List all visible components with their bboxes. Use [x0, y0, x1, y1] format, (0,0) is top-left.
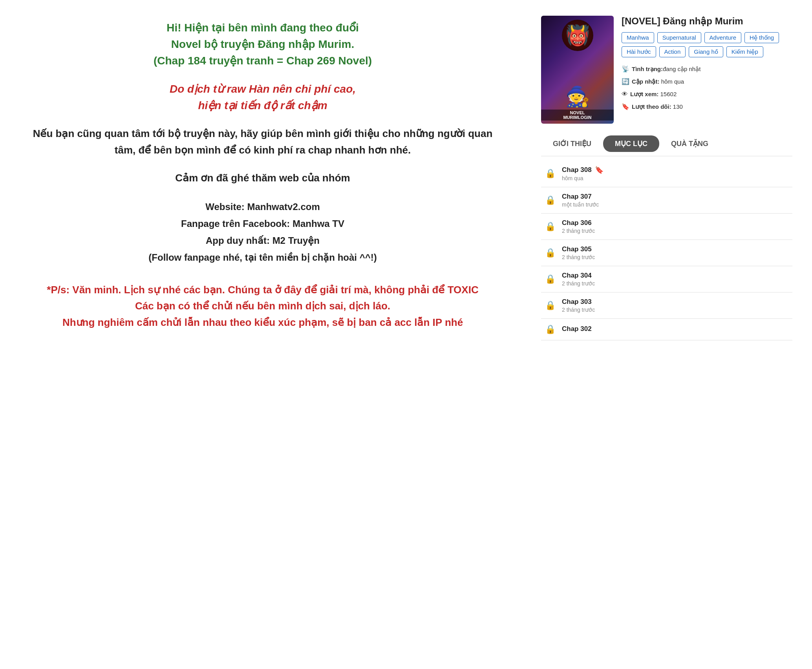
chapter-name-306: Chap 306: [562, 219, 788, 227]
lock-icon-306: 🔒: [545, 221, 556, 232]
page-container: Hi! Hiện tại bên mình đang theo đuổi Nov…: [0, 0, 812, 669]
chapter-info-306: Chap 306 2 tháng trước: [562, 219, 788, 234]
tabs-bar: GIỚI THIỆU MỤC LỤC QUÀ TẶNG: [541, 132, 792, 156]
chapter-info-303: Chap 303 2 tháng trước: [562, 298, 788, 313]
chapter-info-305: Chap 305 2 tháng trước: [562, 245, 788, 260]
tag-haihuoc[interactable]: Hài hước: [622, 46, 656, 57]
tag-supernatural[interactable]: Supernatural: [657, 32, 701, 43]
cover-inner: 🧙 NOVELMURIMLOGIN: [541, 16, 614, 124]
chapter-name-302: Chap 302: [562, 325, 788, 333]
chapter-name-305: Chap 305: [562, 245, 788, 253]
chapter-date-308: hôm qua: [562, 175, 788, 181]
lock-icon-302: 🔒: [545, 324, 556, 334]
cover-face: [562, 20, 593, 51]
intro-text: Hi! Hiện tại bên mình đang theo đuổi Nov…: [24, 20, 502, 69]
right-panel: 🧙 NOVELMURIMLOGIN [NOVEL] Đăng nhập Muri…: [529, 8, 804, 661]
warning-text: Do dịch từ raw Hàn nên chi phí cao, hiện…: [24, 81, 502, 114]
tag-giangho[interactable]: Giang hồ: [689, 46, 723, 57]
meta-info: 📡 Tình trạng:đang cập nhật 🔄 Cập nhật: h…: [622, 63, 792, 113]
novel-header: 🧙 NOVELMURIMLOGIN [NOVEL] Đăng nhập Muri…: [541, 16, 792, 124]
chapter-item-303[interactable]: 🔒 Chap 303 2 tháng trước: [541, 292, 792, 319]
chapter-item-305[interactable]: 🔒 Chap 305 2 tháng trước: [541, 240, 792, 266]
cover-character: 🧙: [565, 85, 590, 108]
eye-icon: 👁: [622, 88, 628, 101]
lock-icon-307: 🔒: [545, 195, 556, 205]
chapter-name-304: Chap 304: [562, 272, 788, 280]
lock-icon-303: 🔒: [545, 300, 556, 311]
update-text: Cập nhật: hôm qua: [632, 76, 684, 88]
novel-cover: 🧙 NOVELMURIMLOGIN: [541, 16, 614, 124]
chapter-item-307[interactable]: 🔒 Chap 307 một tuần trước: [541, 187, 792, 214]
lock-icon-304: 🔒: [545, 274, 556, 284]
antenna-icon: 📡: [622, 63, 629, 75]
update-row: 🔄 Cập nhật: hôm qua: [622, 75, 792, 88]
followers-text: Lượt theo dõi: 130: [632, 101, 683, 113]
tags-container: Manhwa Supernatural Adventure Hệ thống H…: [622, 32, 792, 57]
followers-row: 🔖 Lượt theo dõi: 130: [622, 101, 792, 113]
chapter-item-306[interactable]: 🔒 Chap 306 2 tháng trước: [541, 214, 792, 240]
refresh-icon: 🔄: [622, 75, 629, 88]
bookmark-small-icon: 🔖: [622, 101, 629, 113]
tag-adventure[interactable]: Adventure: [704, 32, 741, 43]
lock-icon-308: 🔒: [545, 168, 556, 179]
body-text: Nếu bạn cũng quan tâm tới bộ truyện này,…: [24, 126, 502, 158]
chapter-info-307: Chap 307 một tuần trước: [562, 193, 788, 208]
tag-manhwa[interactable]: Manhwa: [622, 32, 654, 43]
thanks-text: Cảm ơn đã ghé thăm web của nhóm: [24, 170, 502, 186]
chapter-date-303: 2 tháng trước: [562, 307, 788, 313]
status-label: Tình trạng:đang cập nhật: [632, 63, 700, 75]
chapter-item-302[interactable]: 🔒 Chap 302: [541, 319, 792, 340]
views-text: Lượt xem: 15602: [630, 88, 677, 100]
ps-text: *P/s: Văn minh. Lịch sự nhé các bạn. Chú…: [24, 282, 502, 331]
views-row: 👁 Lượt xem: 15602: [622, 88, 792, 101]
lock-icon-305: 🔒: [545, 248, 556, 258]
chapter-list: 🔒 Chap 308 🔖 hôm qua 🔒 Chap 307 một tuần…: [541, 160, 792, 340]
tab-muc-luc[interactable]: MỤC LỤC: [603, 135, 659, 152]
chapter-info-308: Chap 308 🔖 hôm qua: [562, 166, 788, 181]
tag-action[interactable]: Action: [659, 46, 686, 57]
chapter-date-307: một tuần trước: [562, 201, 788, 208]
chapter-date-306: 2 tháng trước: [562, 228, 788, 234]
tab-gioi-thieu[interactable]: GIỚI THIỆU: [541, 135, 603, 152]
left-panel: Hi! Hiện tại bên mình đang theo đuổi Nov…: [8, 8, 518, 661]
status-row: 📡 Tình trạng:đang cập nhật: [622, 63, 792, 75]
chapter-item-308[interactable]: 🔒 Chap 308 🔖 hôm qua: [541, 160, 792, 187]
chapter-info-302: Chap 302: [562, 325, 788, 334]
tag-kiemhiep[interactable]: Kiếm hiệp: [726, 46, 763, 57]
chapter-item-304[interactable]: 🔒 Chap 304 2 tháng trước: [541, 266, 792, 292]
tag-hesystem[interactable]: Hệ thống: [744, 32, 779, 43]
chapter-name-307: Chap 307: [562, 193, 788, 201]
novel-title: [NOVEL] Đăng nhập Murim: [622, 16, 792, 27]
tab-qua-tang[interactable]: QUÀ TẶNG: [659, 135, 720, 152]
bookmark-icon-308: 🔖: [595, 166, 604, 174]
website-info: Website: Manhwatv2.com Fanpage trên Face…: [24, 198, 502, 266]
cover-label: NOVELMURIMLOGIN: [541, 110, 614, 121]
chapter-name-303: Chap 303: [562, 298, 788, 306]
chapter-date-304: 2 tháng trước: [562, 280, 788, 287]
chapter-info-304: Chap 304 2 tháng trước: [562, 272, 788, 287]
chapter-name-308: Chap 308 🔖: [562, 166, 788, 174]
chapter-date-305: 2 tháng trước: [562, 254, 788, 260]
novel-info: [NOVEL] Đăng nhập Murim Manhwa Supernatu…: [622, 16, 792, 124]
